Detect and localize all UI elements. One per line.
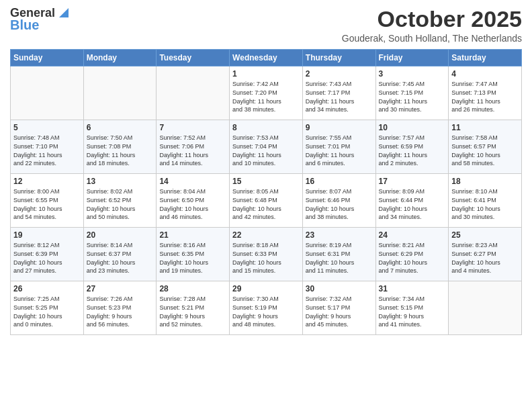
page: General Blue October 2025 Gouderak, Sout… <box>0 0 532 411</box>
calendar-cell: 17Sunrise: 8:09 AM Sunset: 6:44 PM Dayli… <box>375 174 449 228</box>
calendar-cell: 29Sunrise: 7:30 AM Sunset: 5:19 PM Dayli… <box>230 281 303 335</box>
calendar-cell: 13Sunrise: 8:02 AM Sunset: 6:52 PM Dayli… <box>83 174 157 228</box>
main-title: October 2025 <box>342 7 522 32</box>
day-info: Sunrise: 8:18 AM Sunset: 6:33 PM Dayligh… <box>232 241 300 275</box>
day-info: Sunrise: 8:00 AM Sunset: 6:55 PM Dayligh… <box>13 187 81 221</box>
day-info: Sunrise: 7:43 AM Sunset: 7:17 PM Dayligh… <box>306 80 373 113</box>
day-info: Sunrise: 7:42 AM Sunset: 7:20 PM Dayligh… <box>232 80 300 113</box>
day-info: Sunrise: 7:32 AM Sunset: 5:17 PM Dayligh… <box>306 295 373 328</box>
day-info: Sunrise: 7:45 AM Sunset: 7:15 PM Dayligh… <box>379 80 446 113</box>
calendar-week-2: 5Sunrise: 7:48 AM Sunset: 7:10 PM Daylig… <box>11 120 522 174</box>
weekday-header-sunday: Sunday <box>11 50 84 66</box>
header: General Blue October 2025 Gouderak, Sout… <box>10 7 522 44</box>
calendar-cell: 28Sunrise: 7:28 AM Sunset: 5:21 PM Dayli… <box>157 281 230 335</box>
day-number: 28 <box>159 284 226 293</box>
calendar-cell <box>83 66 157 120</box>
day-info: Sunrise: 7:50 AM Sunset: 7:08 PM Dayligh… <box>87 134 154 167</box>
calendar-cell: 20Sunrise: 8:14 AM Sunset: 6:37 PM Dayli… <box>83 228 157 281</box>
calendar-cell: 23Sunrise: 8:19 AM Sunset: 6:31 PM Dayli… <box>302 228 375 281</box>
calendar-cell: 12Sunrise: 8:00 AM Sunset: 6:55 PM Dayli… <box>11 174 84 228</box>
subtitle: Gouderak, South Holland, The Netherlands <box>342 33 522 44</box>
day-info: Sunrise: 8:16 AM Sunset: 6:35 PM Dayligh… <box>159 241 226 275</box>
calendar-cell: 5Sunrise: 7:48 AM Sunset: 7:10 PM Daylig… <box>11 120 84 174</box>
day-info: Sunrise: 8:19 AM Sunset: 6:31 PM Dayligh… <box>306 241 373 275</box>
logo-text-blue: Blue <box>10 17 39 32</box>
calendar-cell: 16Sunrise: 8:07 AM Sunset: 6:46 PM Dayli… <box>302 174 375 228</box>
day-number: 20 <box>87 230 154 240</box>
calendar-cell: 21Sunrise: 8:16 AM Sunset: 6:35 PM Dayli… <box>157 228 230 281</box>
day-number: 15 <box>232 177 300 186</box>
day-number: 22 <box>232 230 300 240</box>
day-number: 14 <box>159 177 226 186</box>
calendar-week-1: 1Sunrise: 7:42 AM Sunset: 7:20 PM Daylig… <box>11 66 522 120</box>
day-info: Sunrise: 7:30 AM Sunset: 5:19 PM Dayligh… <box>232 295 300 328</box>
day-number: 31 <box>379 284 446 293</box>
calendar-cell: 19Sunrise: 8:12 AM Sunset: 6:39 PM Dayli… <box>11 228 84 281</box>
logo: General Blue <box>10 7 69 32</box>
day-number: 10 <box>379 123 446 132</box>
calendar-cell: 4Sunrise: 7:47 AM Sunset: 7:13 PM Daylig… <box>449 66 522 120</box>
calendar-cell: 1Sunrise: 7:42 AM Sunset: 7:20 PM Daylig… <box>230 66 303 120</box>
day-number: 24 <box>379 230 446 240</box>
calendar-cell: 30Sunrise: 7:32 AM Sunset: 5:17 PM Dayli… <box>302 281 375 335</box>
day-info: Sunrise: 7:28 AM Sunset: 5:21 PM Dayligh… <box>159 295 226 328</box>
day-number: 6 <box>87 123 154 132</box>
day-info: Sunrise: 8:10 AM Sunset: 6:41 PM Dayligh… <box>451 187 519 221</box>
day-number: 8 <box>232 123 300 132</box>
day-info: Sunrise: 8:07 AM Sunset: 6:46 PM Dayligh… <box>306 187 373 221</box>
calendar-cell: 25Sunrise: 8:23 AM Sunset: 6:27 PM Dayli… <box>449 228 522 281</box>
calendar-cell: 10Sunrise: 7:57 AM Sunset: 6:59 PM Dayli… <box>375 120 449 174</box>
logo-triangle-icon <box>56 7 69 19</box>
day-number: 25 <box>451 230 519 240</box>
day-info: Sunrise: 8:09 AM Sunset: 6:44 PM Dayligh… <box>379 187 446 221</box>
day-number: 7 <box>159 123 226 132</box>
calendar-cell: 26Sunrise: 7:25 AM Sunset: 5:25 PM Dayli… <box>11 281 84 335</box>
weekday-header-monday: Monday <box>83 50 157 66</box>
day-number: 3 <box>379 69 446 79</box>
calendar-cell: 9Sunrise: 7:55 AM Sunset: 7:01 PM Daylig… <box>302 120 375 174</box>
day-number: 27 <box>87 284 154 293</box>
svg-marker-0 <box>59 8 69 17</box>
calendar-cell: 11Sunrise: 7:58 AM Sunset: 6:57 PM Dayli… <box>449 120 522 174</box>
calendar-cell: 8Sunrise: 7:53 AM Sunset: 7:04 PM Daylig… <box>230 120 303 174</box>
day-number: 23 <box>306 230 373 240</box>
calendar-header-row: SundayMondayTuesdayWednesdayThursdayFrid… <box>11 50 522 66</box>
day-info: Sunrise: 7:47 AM Sunset: 7:13 PM Dayligh… <box>451 80 519 113</box>
calendar-week-5: 26Sunrise: 7:25 AM Sunset: 5:25 PM Dayli… <box>11 281 522 335</box>
day-info: Sunrise: 7:53 AM Sunset: 7:04 PM Dayligh… <box>232 134 300 167</box>
calendar-cell: 2Sunrise: 7:43 AM Sunset: 7:17 PM Daylig… <box>302 66 375 120</box>
day-number: 29 <box>232 284 300 293</box>
day-info: Sunrise: 7:34 AM Sunset: 5:15 PM Dayligh… <box>379 295 446 328</box>
day-number: 19 <box>13 230 81 240</box>
weekday-header-wednesday: Wednesday <box>230 50 303 66</box>
calendar-week-4: 19Sunrise: 8:12 AM Sunset: 6:39 PM Dayli… <box>11 228 522 281</box>
calendar-cell <box>11 66 84 120</box>
day-info: Sunrise: 7:52 AM Sunset: 7:06 PM Dayligh… <box>159 134 226 167</box>
calendar-cell: 6Sunrise: 7:50 AM Sunset: 7:08 PM Daylig… <box>83 120 157 174</box>
day-number: 11 <box>451 123 519 132</box>
title-block: October 2025 Gouderak, South Holland, Th… <box>342 7 522 44</box>
day-number: 5 <box>13 123 81 132</box>
day-info: Sunrise: 8:04 AM Sunset: 6:50 PM Dayligh… <box>159 187 226 221</box>
calendar-cell: 24Sunrise: 8:21 AM Sunset: 6:29 PM Dayli… <box>375 228 449 281</box>
day-info: Sunrise: 8:12 AM Sunset: 6:39 PM Dayligh… <box>13 241 81 275</box>
day-number: 21 <box>159 230 226 240</box>
weekday-header-friday: Friday <box>375 50 449 66</box>
weekday-header-saturday: Saturday <box>449 50 522 66</box>
calendar-cell: 14Sunrise: 8:04 AM Sunset: 6:50 PM Dayli… <box>157 174 230 228</box>
calendar-cell: 3Sunrise: 7:45 AM Sunset: 7:15 PM Daylig… <box>375 66 449 120</box>
calendar-cell: 22Sunrise: 8:18 AM Sunset: 6:33 PM Dayli… <box>230 228 303 281</box>
calendar-cell: 31Sunrise: 7:34 AM Sunset: 5:15 PM Dayli… <box>375 281 449 335</box>
day-number: 13 <box>87 177 154 186</box>
day-number: 9 <box>306 123 373 132</box>
calendar-cell: 15Sunrise: 8:05 AM Sunset: 6:48 PM Dayli… <box>230 174 303 228</box>
calendar-cell: 18Sunrise: 8:10 AM Sunset: 6:41 PM Dayli… <box>449 174 522 228</box>
day-info: Sunrise: 8:05 AM Sunset: 6:48 PM Dayligh… <box>232 187 300 221</box>
day-info: Sunrise: 8:14 AM Sunset: 6:37 PM Dayligh… <box>87 241 154 275</box>
day-info: Sunrise: 7:48 AM Sunset: 7:10 PM Dayligh… <box>13 134 81 167</box>
day-number: 30 <box>306 284 373 293</box>
calendar-cell: 7Sunrise: 7:52 AM Sunset: 7:06 PM Daylig… <box>157 120 230 174</box>
day-number: 16 <box>306 177 373 186</box>
calendar-week-3: 12Sunrise: 8:00 AM Sunset: 6:55 PM Dayli… <box>11 174 522 228</box>
day-number: 18 <box>451 177 519 186</box>
